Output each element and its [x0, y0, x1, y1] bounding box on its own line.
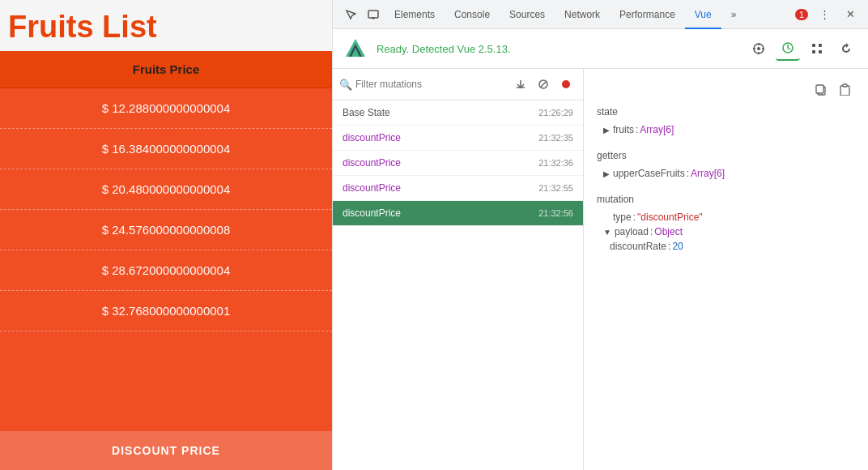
fruits-row-0: $ 12.288000000000004 — [0, 88, 332, 129]
fruits-table: Fruits Price $ 12.288000000000004 $ 16.3… — [0, 51, 332, 470]
mutation-time-2: 21:32:36 — [538, 158, 573, 168]
fruits-arrow[interactable]: ▶ — [603, 126, 610, 135]
fruits-value: Array[6] — [640, 124, 674, 135]
type-row: type : "discountPrice" — [597, 210, 855, 224]
screen-icon[interactable] — [362, 3, 385, 26]
fruits-panel: Fruits List Fruits Price $ 12.2880000000… — [0, 0, 332, 470]
vue-header: Ready. Detected Vue 2.5.13. — [333, 29, 868, 69]
getters-section: getters ▶ upperCaseFruits : Array[6] — [597, 150, 855, 181]
paste-btn[interactable] — [834, 79, 855, 100]
mutation-label: mutation — [597, 194, 855, 205]
mutation-time-4: 21:32:56 — [538, 208, 573, 218]
payload-arrow[interactable]: ▼ — [603, 228, 611, 237]
discount-rate-value: 20 — [672, 241, 683, 252]
vue-status-text: Ready. Detected Vue 2.5.13. — [377, 43, 511, 55]
mutation-item-0[interactable]: discountPrice 21:32:35 — [333, 126, 583, 151]
devtools-icons: 1 ⋮ ✕ — [795, 3, 862, 26]
mutation-name-2: discountPrice — [343, 157, 401, 169]
mutation-name-0: Base State — [343, 107, 390, 118]
payload-key: payload — [615, 226, 649, 237]
state-section: state ▶ fruits : Array[6] — [597, 106, 855, 137]
devtools-main: 🔍 Base State — [333, 69, 868, 470]
tab-sources[interactable]: Sources — [500, 0, 555, 29]
mutation-time-1: 21:32:35 — [538, 133, 573, 143]
mutation-time-0: 21:26:29 — [538, 108, 573, 118]
mutations-panel: 🔍 Base State — [333, 69, 584, 470]
devtools-panel: Elements Console Sources Network Perform… — [332, 0, 868, 470]
mutation-item-1[interactable]: discountPrice 21:32:36 — [333, 151, 583, 176]
getters-label: getters — [597, 150, 855, 161]
history-icon[interactable] — [776, 36, 800, 61]
uppercase-row: ▶ upperCaseFruits : Array[6] — [597, 166, 855, 181]
fruits-key: fruits — [613, 124, 634, 135]
search-input[interactable] — [355, 79, 507, 90]
tab-performance[interactable]: Performance — [610, 0, 685, 29]
fruits-table-header: Fruits Price — [0, 51, 332, 88]
mutation-item-3[interactable]: discountPrice 21:32:56 — [333, 201, 583, 226]
fruits-row: ▶ fruits : Array[6] — [597, 122, 855, 137]
svg-line-18 — [540, 81, 547, 88]
uppercase-value: Array[6] — [691, 168, 725, 179]
vue-header-icons — [747, 36, 858, 61]
devtools-close-btn[interactable]: ✕ — [839, 3, 862, 26]
mutation-list: Base State 21:26:29 discountPrice 21:32:… — [333, 100, 583, 470]
tab-console[interactable]: Console — [445, 0, 500, 29]
svg-rect-16 — [819, 50, 822, 53]
uppercase-arrow[interactable]: ▶ — [603, 169, 610, 178]
disable-btn[interactable] — [533, 74, 554, 95]
mutation-item-2[interactable]: discountPrice 21:32:55 — [333, 176, 583, 201]
fruits-row-5: $ 32.768000000000001 — [0, 291, 332, 331]
discount-button[interactable]: DISCOUNT PRICE — [0, 431, 332, 470]
search-icon: 🔍 — [339, 79, 352, 91]
inspector-panel: state ▶ fruits : Array[6] getters ▶ uppe… — [584, 69, 868, 470]
devtools-topbar: Elements Console Sources Network Perform… — [333, 0, 868, 29]
discount-rate-key: discountRate — [610, 241, 666, 252]
svg-point-6 — [757, 47, 760, 50]
discount-rate-row: discountRate : 20 — [597, 239, 855, 254]
svg-rect-0 — [368, 11, 378, 18]
search-box: 🔍 — [339, 79, 507, 91]
import-btn[interactable] — [510, 74, 531, 95]
mutation-time-3: 21:32:55 — [538, 183, 573, 193]
right-inspector-icons — [597, 79, 855, 100]
tab-elements[interactable]: Elements — [385, 0, 445, 29]
mutation-item-base-state[interactable]: Base State 21:26:29 — [333, 100, 583, 126]
tab-more[interactable]: » — [721, 0, 747, 29]
mutation-section: mutation type : "discountPrice" ▼ payloa… — [597, 194, 855, 254]
svg-rect-20 — [816, 85, 823, 93]
svg-rect-13 — [812, 44, 815, 47]
mutation-name-3: discountPrice — [343, 182, 401, 194]
components-icon[interactable] — [805, 36, 829, 61]
mutations-toolbar-right — [510, 74, 577, 95]
payload-type: Object — [654, 226, 683, 237]
error-badge: 1 — [795, 9, 808, 20]
payload-row: ▼ payload : Object — [597, 224, 855, 239]
fruits-row-4: $ 28.672000000000004 — [0, 250, 332, 291]
uppercase-key: upperCaseFruits — [613, 168, 685, 179]
refresh-icon[interactable] — [834, 36, 858, 61]
svg-rect-21 — [840, 86, 849, 96]
svg-rect-15 — [812, 50, 815, 53]
mutations-toolbar: 🔍 — [333, 69, 583, 100]
fruits-row-1: $ 16.384000000000004 — [0, 129, 332, 169]
pointer-icon[interactable] — [339, 3, 362, 26]
record-dot — [562, 80, 570, 88]
copy-btn[interactable] — [810, 79, 831, 100]
tab-network[interactable]: Network — [555, 0, 610, 29]
type-value: "discountPrice" — [637, 212, 703, 223]
fruits-row-2: $ 20.480000000000004 — [0, 169, 332, 210]
svg-rect-22 — [843, 84, 847, 87]
svg-rect-14 — [819, 44, 822, 47]
inspect-icon[interactable] — [747, 36, 771, 61]
type-key: type — [613, 212, 632, 223]
tab-vue[interactable]: Vue — [685, 0, 721, 29]
record-btn[interactable] — [555, 74, 577, 95]
mutation-name-1: discountPrice — [343, 132, 401, 143]
fruits-row-3: $ 24.576000000000008 — [0, 210, 332, 250]
devtools-menu-btn[interactable]: ⋮ — [813, 3, 836, 26]
fruits-title: Fruits List — [0, 0, 332, 51]
vue-logo — [343, 36, 368, 62]
state-label: state — [597, 106, 855, 118]
mutation-name-4: discountPrice — [343, 207, 401, 219]
